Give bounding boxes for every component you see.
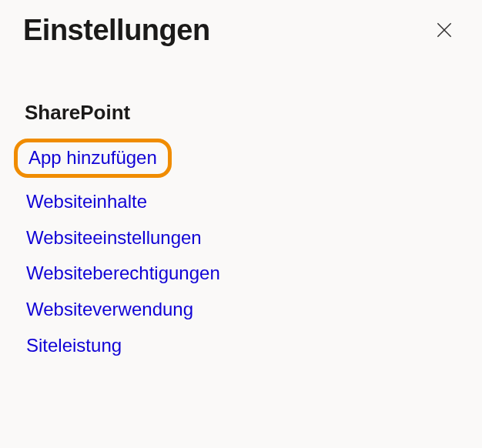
menu-link-site-contents[interactable]: Websiteinhalte [23, 189, 150, 216]
menu-link-site-usage[interactable]: Websiteverwendung [23, 296, 196, 323]
close-icon [434, 20, 454, 40]
menu-link-site-settings[interactable]: Websiteeinstellungen [23, 225, 205, 252]
menu-link-site-performance[interactable]: Siteleistung [23, 333, 125, 359]
settings-header: Einstellungen [23, 14, 457, 47]
menu-link-site-permissions[interactable]: Websiteberechtigungen [23, 260, 223, 287]
close-button[interactable] [431, 17, 457, 43]
settings-menu: App hinzufügen Websiteinhalte Websiteein… [23, 139, 457, 359]
section-title: SharePoint [25, 101, 457, 125]
menu-link-add-app[interactable]: App hinzufügen [14, 139, 172, 178]
page-title: Einstellungen [23, 14, 210, 47]
